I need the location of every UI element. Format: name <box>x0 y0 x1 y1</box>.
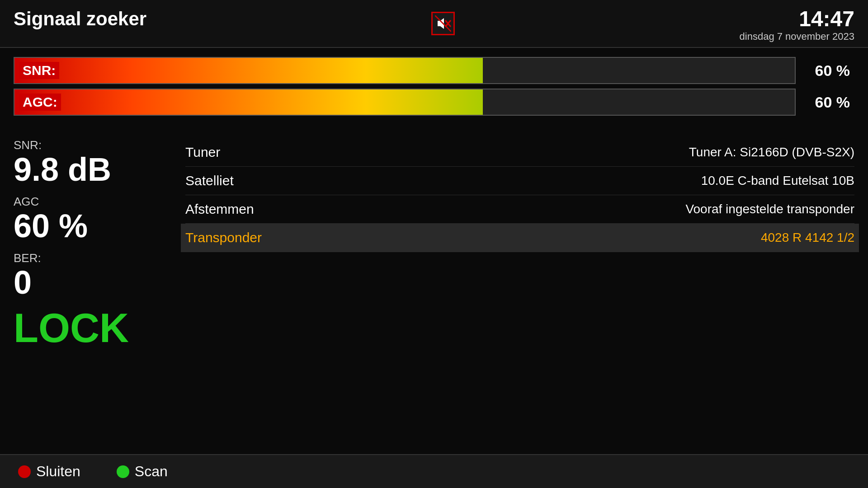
agc-bar-row: AGC: 60 % <box>14 89 854 116</box>
snr-bar-label: SNR: <box>19 62 59 79</box>
ber-metric-label: BER: <box>14 251 176 265</box>
mute-icon[interactable] <box>431 12 455 35</box>
info-row-value-2: Vooraf ingestelde transponder <box>685 202 854 216</box>
agc-bar-fill <box>14 89 483 115</box>
right-panel: TunerTuner A: Si2166D (DVB-S2X)Satelliet… <box>176 138 854 357</box>
snr-bar-value: 60 % <box>796 62 854 80</box>
ber-metric-value: 0 <box>14 266 176 299</box>
info-row-value-0: Tuner A: Si2166D (DVB-S2X) <box>689 145 854 160</box>
header-time-section: 14:47 dinsdag 7 november 2023 <box>740 8 854 42</box>
page-title: Signaal zoeker <box>14 8 146 30</box>
close-button-dot <box>18 465 31 478</box>
scan-button[interactable]: Scan <box>117 463 168 480</box>
snr-bar-row: SNR: 60 % <box>14 57 854 84</box>
clock-time: 14:47 <box>740 8 854 30</box>
main-content: SNR: 9.8 dB AGC 60 % BER: 0 LOCK TunerTu… <box>0 125 868 357</box>
close-button-label: Sluiten <box>36 463 80 480</box>
info-row-3[interactable]: Transponder4028 R 4142 1/2 <box>181 224 859 252</box>
agc-bar-container: AGC: <box>14 89 796 116</box>
header: Signaal zoeker 14:47 dinsdag 7 november … <box>0 0 868 48</box>
agc-metric-label: AGC <box>14 195 176 209</box>
info-row-label-3: Transponder <box>185 230 262 245</box>
agc-metric-value: 60 % <box>14 210 176 242</box>
info-row-label-2: Afstemmen <box>185 202 254 217</box>
snr-bar-fill <box>14 58 483 83</box>
lock-status: LOCK <box>14 308 176 348</box>
agc-bar-label: AGC: <box>19 94 61 111</box>
scan-button-label: Scan <box>135 463 168 480</box>
bottom-bar: Sluiten Scan <box>0 454 868 488</box>
info-table: TunerTuner A: Si2166D (DVB-S2X)Satelliet… <box>185 138 854 252</box>
scan-button-dot <box>117 465 129 478</box>
clock-date: dinsdag 7 november 2023 <box>740 31 854 42</box>
agc-bar-value: 60 % <box>796 94 854 111</box>
snr-bar-container: SNR: <box>14 57 796 84</box>
info-row-value-1: 10.0E C-band Eutelsat 10B <box>701 174 854 188</box>
snr-metric-value: 9.8 dB <box>14 153 176 186</box>
info-row-label-0: Tuner <box>185 145 220 160</box>
info-row-2: AfstemmenVooraf ingestelde transponder <box>185 195 854 224</box>
close-button[interactable]: Sluiten <box>18 463 80 480</box>
info-row-0: TunerTuner A: Si2166D (DVB-S2X) <box>185 138 854 167</box>
snr-metric-label: SNR: <box>14 138 176 152</box>
info-row-label-1: Satelliet <box>185 173 234 188</box>
info-row-1: Satelliet10.0E C-band Eutelsat 10B <box>185 167 854 195</box>
info-row-value-3: 4028 R 4142 1/2 <box>761 230 854 245</box>
left-panel: SNR: 9.8 dB AGC 60 % BER: 0 LOCK <box>14 138 176 357</box>
signal-bars-section: SNR: 60 % AGC: 60 % <box>0 48 868 125</box>
header-center <box>431 8 455 35</box>
